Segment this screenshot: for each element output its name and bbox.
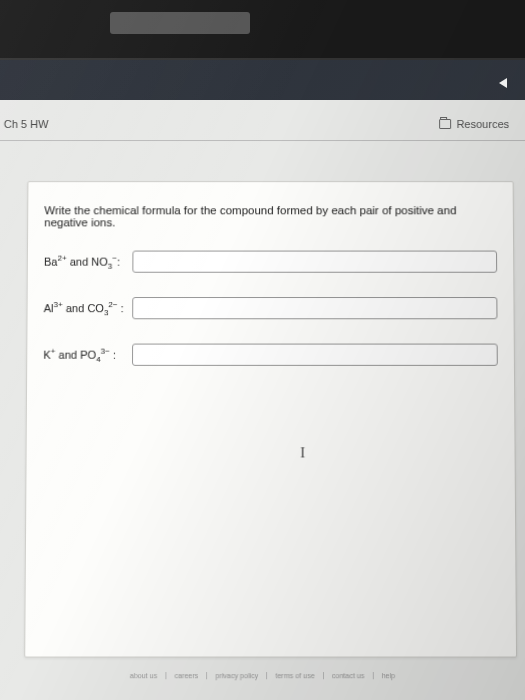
footer-link[interactable]: privacy policy [207, 672, 267, 679]
browser-tab[interactable] [110, 12, 250, 34]
ion-row-1: Ba2+ and NO3−: [44, 251, 497, 273]
ion-pair-label: Al3+ and CO32− : [44, 300, 127, 317]
footer-link[interactable]: about us [122, 672, 167, 679]
question-prompt: Write the chemical formula for the compo… [44, 204, 497, 228]
ion-row-3: K+ and PO43− : [43, 344, 497, 366]
footer-links: about us careers privacy policy terms of… [0, 672, 525, 679]
question-card: Write the chemical formula for the compo… [24, 181, 517, 657]
assignment-header: Ch 5 HW Resources [0, 100, 525, 141]
formula-input-3[interactable] [132, 344, 498, 366]
ion-pair-label: K+ and PO43− : [43, 346, 126, 363]
formula-input-1[interactable] [132, 251, 497, 273]
formula-input-2[interactable] [132, 297, 497, 319]
ion-row-2: Al3+ and CO32− : [44, 297, 498, 319]
back-arrow-icon[interactable] [499, 78, 507, 88]
footer-link[interactable]: terms of use [267, 672, 323, 679]
footer-link[interactable]: contact us [324, 672, 374, 679]
footer-link[interactable]: careers [166, 672, 207, 679]
resources-button[interactable]: Resources [431, 114, 517, 134]
ion-pair-label: Ba2+ and NO3−: [44, 253, 126, 270]
assignment-title: Ch 5 HW [4, 118, 49, 130]
page-content: Ch 5 HW Resources Write the chemical for… [0, 100, 525, 700]
folder-icon [440, 119, 452, 129]
resources-label: Resources [457, 118, 510, 130]
browser-chrome [0, 0, 525, 60]
footer-link[interactable]: help [374, 672, 404, 679]
